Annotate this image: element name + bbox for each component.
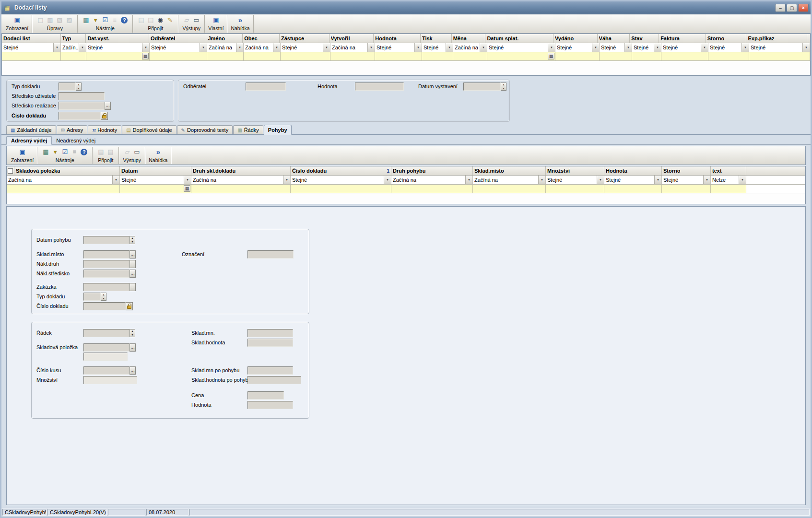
dropdown-arrow-icon[interactable]: ▼ [112,176,119,184]
close-button[interactable]: × [798,4,809,12]
print-icon[interactable]: ▭ [191,16,201,24]
column-header-9[interactable]: Tisk [421,34,452,43]
typ-dokladu-detail-input[interactable] [83,293,101,301]
subtab-neadresny-vydej[interactable]: Neadresný výdej [52,137,100,144]
filter-icon[interactable]: ▼ [50,148,60,156]
filter-operator-combo[interactable]: Stejné▼ [546,176,604,184]
calendar-button[interactable]: ▦ [142,53,149,59]
filter-operator-combo[interactable]: Začíná na▼ [473,176,546,184]
filter-value-cell[interactable] [453,52,487,60]
minimize-button[interactable]: – [775,4,786,12]
calendar-button[interactable]: ▦ [184,185,190,192]
column-header-3[interactable]: Číslo dokladu1 [291,166,391,175]
column-header-7[interactable]: Hodnota [604,166,662,175]
subtab-adresny-vydej[interactable]: Adresný výdej [6,136,52,145]
column-header-1[interactable]: Datum [120,166,191,175]
select-all-cell[interactable] [7,166,14,175]
tasks-icon[interactable]: ☑ [60,148,70,156]
filter-operator-combo[interactable]: Stejné▼ [749,43,810,52]
dropdown-arrow-icon[interactable]: ▼ [323,43,330,52]
display-icon[interactable]: ▣ [18,148,27,156]
column-header-4[interactable]: Jméno [206,34,243,43]
column-header-7[interactable]: Vytvořil [330,34,374,43]
dropdown-arrow-icon[interactable]: ▼ [79,43,86,52]
filter-operator-combo[interactable]: Stejné▼ [291,176,391,184]
sklad-mn-input[interactable] [247,329,293,337]
filter-operator-combo[interactable]: Stejné▼ [600,43,632,52]
skladova-polozka-lookup-button[interactable]: … [129,343,136,352]
tab-doplnkove-udaje[interactable]: ▤Doplňkové údaje [122,125,176,134]
dropdown-arrow-icon[interactable]: ▼ [200,43,207,52]
sklad-misto-input[interactable] [83,250,129,259]
column-header-13[interactable]: Váha [598,34,630,43]
column-header-15[interactable]: Faktura [659,34,706,43]
column-header-5[interactable]: Obec [243,34,280,43]
spinner-down-icon[interactable]: ▾ [130,240,135,244]
filter-value-cell[interactable] [291,185,391,193]
camera-icon[interactable]: ◉ [155,16,165,24]
spinner-up-icon[interactable]: ▴ [101,293,106,297]
filter-operator-combo[interactable]: Nelze▼ [711,176,746,184]
dropdown-arrow-icon[interactable]: ▼ [480,43,487,52]
filter-value-cell[interactable] [546,185,604,193]
filter-operator-combo[interactable]: Stejné▼ [375,43,422,52]
filter-operator-combo[interactable]: Stejné▼ [487,43,555,52]
menu-icon[interactable]: » [153,148,163,156]
stredisko-realizace-lookup-button[interactable]: … [105,102,111,110]
dropdown-arrow-icon[interactable]: ▼ [384,176,391,184]
dropdown-arrow-icon[interactable]: ▼ [701,43,708,52]
filter-operator-combo[interactable]: Začíná na▼ [330,43,375,52]
help-icon[interactable]: ? [121,17,128,24]
tab-pohyby[interactable]: Pohyby [264,125,292,135]
column-header-8[interactable]: Hodnota [374,34,421,43]
filter-value-cell[interactable] [473,185,546,193]
cislo-kusu-lookup-button[interactable]: … [129,366,136,375]
dropdown-arrow-icon[interactable]: ▼ [283,176,290,184]
filter-value-cell[interactable] [749,52,810,60]
sklad-hodnota-po-input[interactable] [247,376,301,384]
filter-value-cell[interactable] [244,52,281,60]
filter-value-cell[interactable] [711,185,746,193]
spinner-up-icon[interactable]: ▴ [501,83,506,87]
dropdown-arrow-icon[interactable]: ▼ [654,43,661,52]
column-header-2[interactable]: Druh skl.dokladu [191,166,291,175]
dropdown-arrow-icon[interactable]: ▼ [53,43,60,52]
stats-icon[interactable]: ≡ [70,148,79,156]
spinner-up-icon[interactable]: ▴ [130,236,135,240]
nakl-stredisko-lookup-button[interactable]: … [129,270,136,278]
dropdown-arrow-icon[interactable]: ▼ [465,176,472,184]
tab-hodnoty[interactable]: 12Hodnoty [88,125,121,134]
datum-pohybu-spinner[interactable]: ▴▾ [129,236,135,244]
dropdown-arrow-icon[interactable]: ▼ [592,43,599,52]
column-header-10[interactable]: Měna [452,34,486,43]
radek-spinner[interactable]: ▴▾ [129,329,135,337]
dropdown-arrow-icon[interactable]: ▼ [624,43,632,52]
column-header-17[interactable]: Exp.příkaz [746,34,807,43]
skladova-polozka-input[interactable] [83,343,129,352]
filter-operator-combo[interactable]: Začíná na▼ [391,176,473,184]
filter-operator-combo[interactable]: Stejné▼ [708,43,749,52]
maximize-button[interactable]: ▢ [787,4,797,12]
stredisko-realizace-input[interactable] [59,102,105,110]
sklad-misto-lookup-button[interactable]: … [129,250,136,259]
filter-operator-combo[interactable]: Začíná na▼ [244,43,281,52]
dropdown-arrow-icon[interactable]: ▼ [538,176,545,184]
column-header-9[interactable]: text [711,166,746,175]
filter-value-cell[interactable]: ▦ [120,185,191,193]
column-header-1[interactable]: Typ [61,34,86,43]
filter-value-cell[interactable] [330,52,375,60]
dropdown-arrow-icon[interactable]: ▼ [548,43,555,52]
cislo-dokladu-detail-input[interactable] [83,302,126,310]
column-header-4[interactable]: Druh pohybu [391,166,473,175]
cislo-dokladu-detail-lock-button[interactable] [126,302,133,310]
nakl-druh-lookup-button[interactable]: … [129,260,136,268]
brush-icon[interactable]: ✎ [165,16,175,24]
filter-operator-combo[interactable]: Stejné▼ [2,43,61,52]
column-header-5[interactable]: Sklad.místo [473,166,546,175]
dropdown-arrow-icon[interactable]: ▼ [446,43,453,52]
datum-vystaveni-input[interactable] [463,82,501,91]
dropdown-arrow-icon[interactable]: ▼ [142,43,149,52]
sklad-mn-po-input[interactable] [247,366,293,375]
filter-operator-combo[interactable]: Stejné▼ [150,43,207,52]
zakazka-input[interactable] [83,283,129,291]
